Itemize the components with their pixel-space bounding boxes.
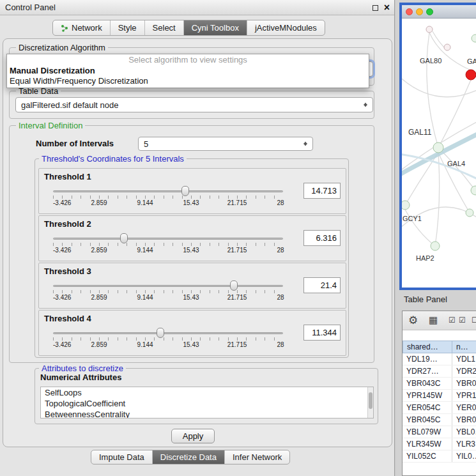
column-header-shared-name[interactable]: shared… (403, 341, 452, 353)
tab-impute-data[interactable]: Impute Data (91, 450, 153, 464)
table-cell[interactable]: YIL052C (403, 450, 452, 462)
network-node[interactable] (426, 26, 433, 33)
tab-jactivemnodules[interactable]: jActiveMNodules (247, 20, 325, 35)
table-row[interactable]: YDL19… YDL1… (403, 353, 476, 365)
apply-button[interactable]: Apply (171, 429, 215, 443)
slider-thumb[interactable] (120, 233, 128, 243)
table-cell[interactable]: YBR0… (452, 414, 476, 426)
slider-track[interactable] (53, 238, 283, 240)
table-cell[interactable]: YBR043C (403, 378, 452, 389)
scale-label: 21.715 (227, 294, 247, 301)
table-row[interactable]: YER054C YER0… (403, 402, 476, 414)
network-window-titlebar[interactable] (402, 5, 476, 19)
threshold-value-field[interactable]: 21.4 (303, 277, 341, 293)
slider-track[interactable] (53, 285, 283, 287)
algorithm-group-title: Discretization Algorithm (16, 43, 108, 52)
scale-label: 2.859 (91, 247, 107, 254)
threshold-panel-4: Threshold 4 -3.426 2.859 9.144 15.43 21.… (38, 310, 346, 356)
network-node[interactable] (466, 209, 473, 217)
scale-label: 21.715 (227, 247, 247, 254)
table-panel-title: Table Panel (404, 295, 447, 304)
table-cell[interactable]: YBR0… (452, 378, 476, 389)
tab-style[interactable]: Style (111, 20, 145, 35)
number-of-intervals-combobox[interactable]: 5 (138, 137, 313, 151)
scale-label: -3.426 (53, 294, 71, 301)
threshold-value-field[interactable]: 14.713 (303, 183, 341, 199)
slider-track[interactable] (53, 190, 283, 192)
table-row[interactable]: YBR043C YBR0… (403, 378, 476, 390)
select-columns-icon[interactable]: ☑ (459, 316, 466, 325)
deselect-icon[interactable]: ☐ (472, 316, 476, 325)
table-row[interactable]: YIL052C YIL0… (403, 450, 476, 463)
table-cell[interactable]: YER054C (403, 402, 452, 413)
dropdown-item-manual[interactable]: Manual Discretization (7, 66, 369, 76)
table-row[interactable]: YLR345W YLR3… (403, 438, 476, 450)
network-node[interactable] (431, 242, 440, 250)
slider-thumb[interactable] (230, 280, 238, 291)
table-row[interactable]: YBR045C YBR0… (403, 414, 476, 426)
table-row[interactable]: YDR27… YDR2… (403, 365, 476, 378)
table-cell[interactable]: YBL0… (452, 426, 476, 438)
columns-icon[interactable]: ▦ (429, 314, 438, 326)
table-cell[interactable]: YER0… (452, 402, 476, 413)
table-cell[interactable]: YPR1… (452, 390, 476, 401)
tab-discretize-data[interactable]: Discretize Data (153, 450, 225, 464)
threshold-slider[interactable]: -3.426 2.859 9.144 15.43 21.715 28 (53, 327, 283, 355)
scrollbar-thumb[interactable] (369, 392, 372, 409)
threshold-slider[interactable]: -3.426 2.859 9.144 15.43 21.715 28 (53, 233, 283, 261)
table-cell[interactable]: YPR145W (403, 390, 452, 401)
gear-icon[interactable]: ⚙ (408, 314, 418, 326)
list-item[interactable]: TopologicalCoefficient (41, 398, 373, 409)
selected-red-node[interactable] (466, 70, 476, 80)
table-data-combobox[interactable]: galFiltered.sif default node (15, 97, 373, 112)
table-row[interactable]: YBL079W YBL0… (403, 426, 476, 438)
table-cell[interactable]: YIL0… (452, 450, 476, 462)
slider-thumb[interactable] (157, 328, 164, 338)
scale-label: 2.859 (91, 294, 107, 301)
network-node[interactable] (444, 44, 450, 50)
threshold-value-field[interactable]: 11.344 (303, 325, 341, 341)
tab-infer-network[interactable]: Infer Network (225, 450, 289, 464)
scale-label: -3.426 (53, 247, 71, 254)
slider-ticks (53, 337, 283, 341)
slider-track[interactable] (53, 332, 283, 334)
close-traffic-light[interactable] (406, 8, 413, 15)
network-node[interactable] (402, 201, 410, 210)
slider-thumb[interactable] (181, 186, 189, 196)
tab-select[interactable]: Select (145, 20, 184, 35)
table-cell[interactable]: YLR345W (403, 438, 452, 450)
network-node[interactable] (471, 186, 476, 195)
network-canvas[interactable]: GAL80 GA GAL11 GAL4 GCY1 HAP2 (402, 19, 476, 288)
threshold-slider[interactable]: -3.426 2.859 9.144 15.43 21.715 28 (53, 280, 283, 308)
network-node[interactable] (472, 35, 476, 42)
table-cell[interactable]: YBL079W (403, 426, 452, 438)
list-item[interactable]: SelfLoops (41, 387, 373, 398)
dropdown-item-equal-width[interactable]: Equal Width/Frequency Discretization (7, 76, 369, 86)
scale-label: -3.426 (53, 341, 71, 348)
tab-cyni-toolbox[interactable]: Cyni Toolbox (184, 20, 247, 35)
dropdown-prompt[interactable]: Select algorithm to view settings (7, 54, 369, 66)
select-all-icon[interactable]: ☑ (449, 316, 456, 325)
table-row[interactable]: YPR145W YPR1… (403, 390, 476, 402)
threshold-value-field[interactable]: 6.316 (303, 230, 341, 246)
table-cell[interactable]: YBR045C (403, 414, 452, 426)
minimize-traffic-light[interactable] (416, 8, 423, 15)
list-item[interactable]: BetweennessCentrality (41, 409, 373, 418)
table-cell[interactable]: YDL19… (403, 353, 452, 365)
table-cell[interactable]: YDR27… (403, 365, 452, 377)
float-window-icon[interactable] (372, 5, 378, 11)
network-node[interactable] (433, 142, 443, 153)
tab-network[interactable]: Network (53, 20, 111, 35)
scale-label: 2.859 (91, 199, 107, 206)
close-icon[interactable]: × (384, 0, 390, 15)
threshold-slider[interactable]: -3.426 2.859 9.144 15.43 21.715 28 (53, 185, 283, 213)
table-cell[interactable]: YDL1… (452, 353, 476, 365)
network-view-window: GAL80 GA GAL11 GAL4 GCY1 HAP2 (399, 3, 476, 290)
table-cell[interactable]: YDR2… (452, 365, 476, 377)
node-label-hap2: HAP2 (416, 254, 434, 262)
zoom-traffic-light[interactable] (426, 8, 433, 15)
column-header-name[interactable]: n… (452, 341, 476, 353)
table-cell[interactable]: YLR3… (452, 438, 476, 450)
list-scrollbar[interactable] (367, 387, 373, 418)
scale-label: 15.43 (183, 199, 199, 206)
